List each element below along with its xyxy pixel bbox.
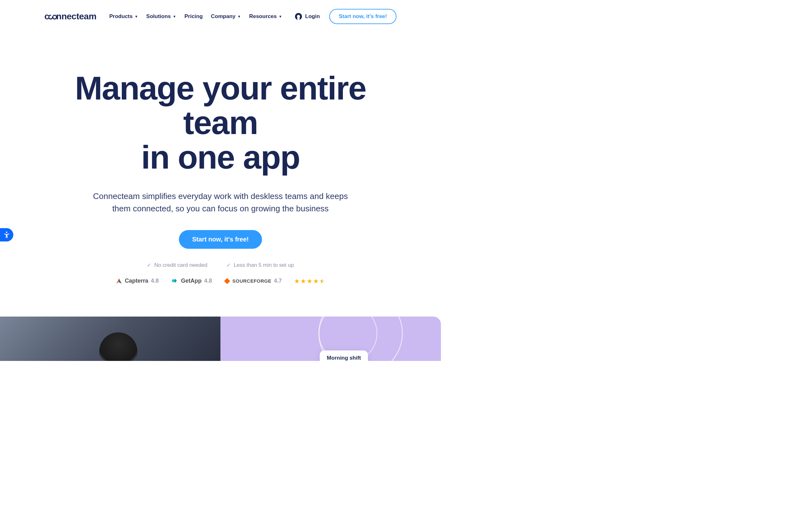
benefit-text: No credit card needed <box>154 262 207 268</box>
ratings-row: Capterra 4.8 GetApp 4.8 SOURCEFORGE 4.7 … <box>44 277 397 285</box>
hero-title: Manage your entire team in one app <box>44 71 397 175</box>
check-icon: ✓ <box>226 262 231 268</box>
brand-logo[interactable]: cnnecteam <box>44 11 96 21</box>
rating-name: Capterra <box>125 278 148 284</box>
hero-subtitle: Connecteam simplifies everyday work with… <box>90 190 351 215</box>
hero-section: Manage your entire team in one app Conne… <box>0 33 441 297</box>
accessibility-icon <box>3 231 10 239</box>
hero-title-line2: in one app <box>141 139 300 176</box>
star-icon: ★ <box>294 277 300 285</box>
rating-score: 4.8 <box>204 278 212 284</box>
chevron-down-icon: ▼ <box>238 14 241 18</box>
nav-label: Resources <box>249 13 276 20</box>
nav-resources[interactable]: Resources▼ <box>249 13 282 20</box>
main-nav: Products▼ Solutions▼ Pricing Company▼ Re… <box>109 13 282 20</box>
star-icon: ★ <box>307 277 312 285</box>
star-icon: ★ <box>313 277 319 285</box>
nav-label: Company <box>211 13 235 20</box>
header-cta-button[interactable]: Start now, it's free! <box>329 9 397 24</box>
rating-name: GetApp <box>181 278 201 284</box>
hero-cta-button[interactable]: Start now, it's free! <box>179 230 262 249</box>
capterra-icon <box>116 278 122 284</box>
nav-label: Products <box>109 13 133 20</box>
sourceforge-icon <box>224 278 230 284</box>
chevron-down-icon: ▼ <box>173 14 176 18</box>
rating-score: 4.7 <box>274 278 282 284</box>
accessibility-button[interactable] <box>0 228 13 241</box>
getapp-icon <box>171 278 178 284</box>
benefit-item: ✓ No credit card needed <box>147 262 207 268</box>
nav-label: Solutions <box>146 13 171 20</box>
benefits-row: ✓ No credit card needed ✓ Less than 5 mi… <box>44 262 397 268</box>
star-icon: ★ <box>300 277 306 285</box>
hero-image-right: Morning shift <box>220 317 441 361</box>
header-actions: Login Start now, it's free! <box>295 9 397 24</box>
rating-capterra: Capterra 4.8 <box>116 278 159 284</box>
svg-rect-0 <box>224 278 230 284</box>
rating-getapp: GetApp 4.8 <box>171 278 212 284</box>
check-icon: ✓ <box>147 262 151 268</box>
chevron-down-icon: ▼ <box>278 14 282 18</box>
hero-image-left <box>0 317 220 361</box>
benefit-item: ✓ Less than 5 min to set up <box>226 262 294 268</box>
chevron-down-icon: ▼ <box>135 14 138 18</box>
site-header: cnnecteam Products▼ Solutions▼ Pricing C… <box>0 0 441 33</box>
nav-company[interactable]: Company▼ <box>211 13 241 20</box>
nav-solutions[interactable]: Solutions▼ <box>146 13 176 20</box>
svg-point-1 <box>6 232 7 233</box>
user-icon <box>295 13 302 20</box>
rating-name: SOURCEFORGE <box>233 278 271 284</box>
hero-title-line1: Manage your entire team <box>75 70 366 141</box>
rating-sourceforge: SOURCEFORGE 4.7 <box>224 278 282 284</box>
login-label: Login <box>305 13 320 20</box>
rating-score: 4.8 <box>151 278 159 284</box>
below-fold-section: Morning shift <box>0 317 441 361</box>
nav-label: Pricing <box>184 13 203 20</box>
star-half-icon: ★ <box>319 277 325 285</box>
benefit-text: Less than 5 min to set up <box>234 262 294 268</box>
nav-products[interactable]: Products▼ <box>109 13 138 20</box>
login-link[interactable]: Login <box>295 13 320 20</box>
shift-card: Morning shift <box>320 350 368 361</box>
star-rating: ★ ★ ★ ★ ★ <box>294 277 325 285</box>
nav-pricing[interactable]: Pricing <box>184 13 203 20</box>
